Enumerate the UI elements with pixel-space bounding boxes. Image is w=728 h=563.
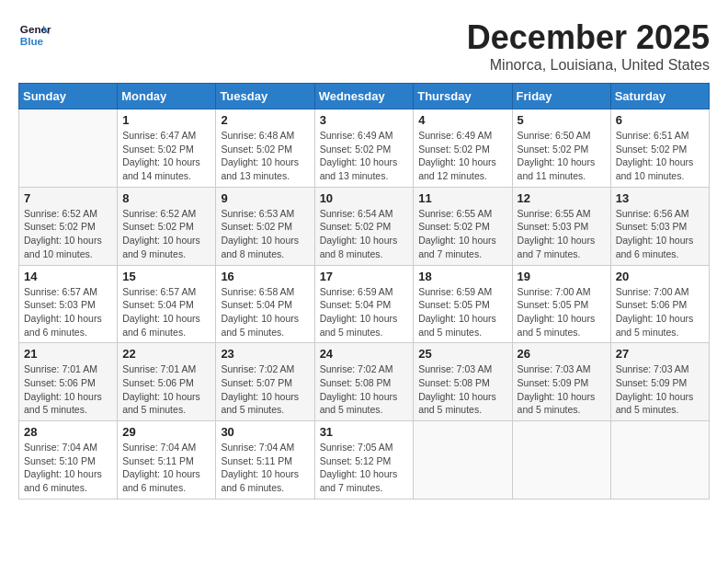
day-number: 29: [122, 425, 210, 439]
title-area: December 2025 Minorca, Louisiana, United…: [467, 18, 710, 74]
svg-text:Blue: Blue: [20, 35, 44, 47]
day-info: Sunrise: 7:04 AM Sunset: 5:10 PM Dayligh…: [24, 441, 112, 495]
day-number: 8: [122, 191, 210, 205]
day-info: Sunrise: 6:47 AM Sunset: 5:02 PM Dayligh…: [122, 129, 210, 183]
weekday-header-row: SundayMondayTuesdayWednesdayThursdayFrid…: [19, 84, 710, 109]
calendar-cell: 5Sunrise: 6:50 AM Sunset: 5:02 PM Daylig…: [512, 109, 610, 188]
day-number: 11: [418, 191, 506, 205]
calendar-cell: 30Sunrise: 7:04 AM Sunset: 5:11 PM Dayli…: [216, 421, 314, 500]
calendar-cell: 3Sunrise: 6:49 AM Sunset: 5:02 PM Daylig…: [314, 109, 414, 188]
calendar-cell: [19, 109, 118, 188]
calendar-cell: [512, 421, 610, 500]
day-number: 10: [320, 191, 409, 205]
day-info: Sunrise: 7:04 AM Sunset: 5:11 PM Dayligh…: [122, 441, 210, 495]
calendar-cell: 17Sunrise: 6:59 AM Sunset: 5:04 PM Dayli…: [314, 265, 414, 343]
logo: General Blue: [18, 18, 51, 52]
day-number: 21: [24, 347, 112, 361]
day-info: Sunrise: 6:48 AM Sunset: 5:02 PM Dayligh…: [221, 129, 309, 183]
day-info: Sunrise: 6:49 AM Sunset: 5:02 PM Dayligh…: [320, 129, 409, 183]
calendar-cell: 31Sunrise: 7:05 AM Sunset: 5:12 PM Dayli…: [314, 421, 414, 500]
logo-icon: General Blue: [18, 18, 51, 52]
calendar-week-row: 7Sunrise: 6:52 AM Sunset: 5:02 PM Daylig…: [19, 187, 710, 265]
day-info: Sunrise: 6:58 AM Sunset: 5:04 PM Dayligh…: [221, 285, 309, 339]
calendar-cell: 21Sunrise: 7:01 AM Sunset: 5:06 PM Dayli…: [19, 343, 118, 421]
day-number: 14: [24, 270, 112, 283]
day-info: Sunrise: 6:56 AM Sunset: 5:03 PM Dayligh…: [616, 207, 704, 261]
calendar-cell: 28Sunrise: 7:04 AM Sunset: 5:10 PM Dayli…: [19, 421, 118, 500]
day-info: Sunrise: 7:02 AM Sunset: 5:07 PM Dayligh…: [221, 362, 309, 417]
weekday-header-thursday: Thursday: [414, 84, 512, 109]
calendar-cell: 23Sunrise: 7:02 AM Sunset: 5:07 PM Dayli…: [216, 343, 314, 421]
day-info: Sunrise: 7:02 AM Sunset: 5:08 PM Dayligh…: [320, 362, 409, 417]
day-info: Sunrise: 6:57 AM Sunset: 5:03 PM Dayligh…: [24, 285, 112, 339]
day-number: 28: [24, 425, 112, 439]
page-header: General Blue December 2025 Minorca, Loui…: [18, 18, 710, 74]
calendar-cell: 4Sunrise: 6:49 AM Sunset: 5:02 PM Daylig…: [414, 109, 512, 188]
calendar-week-row: 28Sunrise: 7:04 AM Sunset: 5:10 PM Dayli…: [19, 421, 710, 500]
calendar-cell: 25Sunrise: 7:03 AM Sunset: 5:08 PM Dayli…: [414, 343, 512, 421]
weekday-header-friday: Friday: [512, 84, 610, 109]
day-number: 23: [221, 347, 309, 361]
calendar-cell: 18Sunrise: 6:59 AM Sunset: 5:05 PM Dayli…: [414, 265, 512, 343]
calendar-cell: [610, 421, 709, 500]
day-number: 12: [518, 191, 606, 205]
calendar-cell: 19Sunrise: 7:00 AM Sunset: 5:05 PM Dayli…: [512, 265, 610, 343]
day-number: 1: [122, 113, 210, 127]
day-number: 9: [221, 191, 309, 205]
day-info: Sunrise: 6:57 AM Sunset: 5:04 PM Dayligh…: [122, 285, 210, 339]
calendar-cell: [414, 421, 512, 500]
weekday-header-tuesday: Tuesday: [216, 84, 314, 109]
day-number: 22: [122, 347, 210, 361]
day-info: Sunrise: 6:55 AM Sunset: 5:02 PM Dayligh…: [418, 207, 506, 261]
location-title: Minorca, Louisiana, United States: [467, 57, 710, 74]
day-info: Sunrise: 7:01 AM Sunset: 5:06 PM Dayligh…: [122, 362, 210, 417]
day-number: 30: [221, 425, 309, 439]
calendar-cell: 27Sunrise: 7:03 AM Sunset: 5:09 PM Dayli…: [610, 343, 709, 421]
day-number: 18: [418, 270, 506, 283]
calendar-week-row: 1Sunrise: 6:47 AM Sunset: 5:02 PM Daylig…: [19, 109, 710, 188]
weekday-header-wednesday: Wednesday: [314, 84, 414, 109]
day-info: Sunrise: 7:05 AM Sunset: 5:12 PM Dayligh…: [320, 441, 409, 495]
calendar-cell: 20Sunrise: 7:00 AM Sunset: 5:06 PM Dayli…: [610, 265, 709, 343]
calendar-cell: 15Sunrise: 6:57 AM Sunset: 5:04 PM Dayli…: [118, 265, 216, 343]
day-number: 15: [122, 270, 210, 283]
calendar-cell: 12Sunrise: 6:55 AM Sunset: 5:03 PM Dayli…: [512, 187, 610, 265]
day-number: 16: [221, 270, 309, 283]
calendar-cell: 10Sunrise: 6:54 AM Sunset: 5:02 PM Dayli…: [314, 187, 414, 265]
day-info: Sunrise: 6:59 AM Sunset: 5:05 PM Dayligh…: [418, 285, 506, 339]
calendar-table: SundayMondayTuesdayWednesdayThursdayFrid…: [18, 83, 710, 500]
day-info: Sunrise: 7:00 AM Sunset: 5:05 PM Dayligh…: [518, 285, 606, 339]
calendar-cell: 22Sunrise: 7:01 AM Sunset: 5:06 PM Dayli…: [118, 343, 216, 421]
weekday-header-sunday: Sunday: [19, 84, 118, 109]
day-number: 4: [418, 113, 506, 127]
weekday-header-saturday: Saturday: [610, 84, 709, 109]
calendar-week-row: 21Sunrise: 7:01 AM Sunset: 5:06 PM Dayli…: [19, 343, 710, 421]
day-number: 5: [518, 113, 606, 127]
day-info: Sunrise: 7:03 AM Sunset: 5:09 PM Dayligh…: [616, 362, 704, 417]
day-info: Sunrise: 6:50 AM Sunset: 5:02 PM Dayligh…: [518, 129, 606, 183]
day-number: 6: [616, 113, 704, 127]
calendar-cell: 2Sunrise: 6:48 AM Sunset: 5:02 PM Daylig…: [216, 109, 314, 188]
day-number: 25: [418, 347, 506, 361]
day-info: Sunrise: 7:03 AM Sunset: 5:08 PM Dayligh…: [418, 362, 506, 417]
day-number: 31: [320, 425, 409, 439]
day-info: Sunrise: 7:03 AM Sunset: 5:09 PM Dayligh…: [518, 362, 606, 417]
day-info: Sunrise: 7:04 AM Sunset: 5:11 PM Dayligh…: [221, 441, 309, 495]
calendar-week-row: 14Sunrise: 6:57 AM Sunset: 5:03 PM Dayli…: [19, 265, 710, 343]
day-info: Sunrise: 6:53 AM Sunset: 5:02 PM Dayligh…: [221, 207, 309, 261]
svg-text:General: General: [20, 23, 51, 35]
day-number: 17: [320, 270, 409, 283]
day-info: Sunrise: 6:54 AM Sunset: 5:02 PM Dayligh…: [320, 207, 409, 261]
calendar-cell: 29Sunrise: 7:04 AM Sunset: 5:11 PM Dayli…: [118, 421, 216, 500]
calendar-cell: 24Sunrise: 7:02 AM Sunset: 5:08 PM Dayli…: [314, 343, 414, 421]
calendar-cell: 8Sunrise: 6:52 AM Sunset: 5:02 PM Daylig…: [118, 187, 216, 265]
calendar-cell: 16Sunrise: 6:58 AM Sunset: 5:04 PM Dayli…: [216, 265, 314, 343]
day-number: 7: [24, 191, 112, 205]
day-number: 24: [320, 347, 409, 361]
calendar-cell: 6Sunrise: 6:51 AM Sunset: 5:02 PM Daylig…: [610, 109, 709, 188]
calendar-cell: 13Sunrise: 6:56 AM Sunset: 5:03 PM Dayli…: [610, 187, 709, 265]
day-info: Sunrise: 7:01 AM Sunset: 5:06 PM Dayligh…: [24, 362, 112, 417]
calendar-cell: 9Sunrise: 6:53 AM Sunset: 5:02 PM Daylig…: [216, 187, 314, 265]
day-number: 3: [320, 113, 409, 127]
day-info: Sunrise: 6:51 AM Sunset: 5:02 PM Dayligh…: [616, 129, 704, 183]
